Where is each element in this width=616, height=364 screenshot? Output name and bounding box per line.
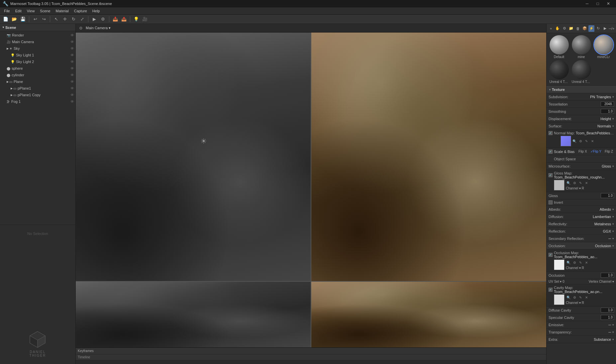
tree-item-sky-light-2[interactable]: 💡 Sky Light 2 👁 [0,58,75,65]
toolbar-light[interactable]: 💡 [133,16,140,23]
occlusion-input[interactable] [601,273,614,278]
cavity-edit-icon[interactable]: ✎ [578,295,583,300]
rt-render-button[interactable]: ⚡ [588,25,594,32]
menu-file[interactable]: File [1,8,13,14]
normal-map-settings-icon[interactable]: ⚙ [578,138,583,144]
viewport-bottom-left[interactable] [76,282,311,347]
flip-x-button[interactable]: Flip X [577,149,588,154]
tree-item-render[interactable]: 📷 Render 👁 [0,32,75,38]
normal-map-thumbnail[interactable] [561,136,571,146]
tree-item-pplane1[interactable]: ▶ ▭ pPlane1 👁 [0,85,75,92]
menu-scene[interactable]: Scene [37,8,53,14]
rt-folder-button[interactable]: 📁 [568,25,574,32]
gloss-map-settings-icon[interactable]: ⚙ [572,181,577,186]
transparency-dropdown[interactable]: ─ ▾ [608,330,614,334]
menu-material[interactable]: Material [53,8,71,14]
menu-edit[interactable]: Edit [13,8,24,14]
material-mineclr[interactable]: mineCLr [593,35,614,59]
extra-dropdown[interactable]: Substance ▾ [594,337,614,341]
occlusion-dropdown[interactable]: Occlusion ▾ [595,244,614,248]
rt-settings-button[interactable]: ⚙ [562,25,567,32]
normal-map-checkbox[interactable]: ✓ [549,131,553,135]
menu-capture[interactable]: Capture [71,8,90,14]
eye-icon-fog[interactable]: 👁 [70,100,74,104]
texture-section-header[interactable]: ▼ Texture [547,86,616,93]
camera-dropdown[interactable]: Main Camera ▾ [86,26,111,30]
occlusion-edit-icon[interactable]: ✎ [578,260,583,265]
cavity-settings-icon[interactable]: ⚙ [572,295,577,300]
toolbar-undo[interactable]: ↩ [32,16,39,23]
scene-header[interactable]: ▼ Scene [0,24,75,31]
minimize-button[interactable]: ─ [582,0,592,7]
maximize-button[interactable]: □ [593,0,603,7]
titlebar-controls[interactable]: ─ □ ✕ [582,0,613,7]
menu-help[interactable]: Help [90,8,103,14]
smoothing-input[interactable] [601,109,614,114]
toolbar-import[interactable]: 📥 [112,16,119,23]
occlusion-map-thumbnail[interactable] [554,259,565,270]
toolbar-camera2[interactable]: 🎥 [141,16,149,23]
invert-checkbox[interactable] [549,200,553,204]
emissive-dropdown[interactable]: ─ ▾ [608,323,614,327]
rt-refresh-button[interactable]: ↻ [595,25,601,32]
gloss-input[interactable] [601,193,614,198]
toolbar-move[interactable]: ✛ [61,16,68,23]
menu-view[interactable]: View [24,8,38,14]
rt-add-button[interactable]: + [548,25,554,32]
close-button[interactable]: ✕ [603,0,613,7]
vertex-channel-label[interactable]: Vertex Channel ▾ [589,280,614,283]
diffusion-dropdown[interactable]: Lambertian ▾ [593,215,614,219]
eye-icon-pplane1[interactable]: 👁 [70,86,74,90]
eye-icon-pplane1copy[interactable]: 👁 [70,93,74,97]
gloss-map-edit-icon[interactable]: ✎ [578,181,583,186]
eye-icon-light2[interactable]: 👁 [70,60,74,64]
tessellation-input[interactable] [601,102,614,107]
toolbar-save[interactable]: 💾 [19,16,27,23]
tree-item-sphere[interactable]: ⬤ sphere 👁 [0,65,75,72]
flip-z-button[interactable]: Flip Z [604,149,614,154]
eye-icon-light1[interactable]: 👁 [70,53,74,57]
rt-delete-button[interactable]: 🗑 [575,25,581,32]
cavity-map-thumbnail[interactable] [554,294,565,305]
tree-item-main-camera[interactable]: 🎥 Main Camera 👁 [0,38,75,45]
eye-icon-sphere[interactable]: 👁 [70,66,74,70]
microsurface-dropdown[interactable]: Gloss ▾ [602,164,614,168]
toolbar-export[interactable]: 📤 [120,16,128,23]
specular-cavity-input[interactable] [601,315,614,320]
material-unreal1[interactable]: Unreal 4 Te... [549,60,569,84]
viewport-bottom-right[interactable] [311,282,546,347]
gloss-map-checkbox[interactable]: ✓ [549,173,553,177]
material-ball-mineclr[interactable] [594,35,613,54]
flip-y-button[interactable]: ✓Flip Y [589,149,602,154]
viewport-right[interactable] [311,33,546,281]
gloss-map-search-icon[interactable]: 🔍 [566,181,571,186]
eye-icon-cylinder[interactable]: 👁 [70,73,74,77]
rt-drag-button[interactable]: ✋ [555,25,561,32]
reflection-dropdown[interactable]: GGX ▾ [603,229,614,233]
cavity-close-icon[interactable]: ✕ [584,295,589,300]
albedo-dropdown[interactable]: Albedo ▾ [600,207,614,211]
material-ball-unreal2[interactable] [572,60,591,79]
displacement-dropdown[interactable]: Height ▾ [600,117,614,121]
tree-item-sky-light-1[interactable]: 💡 Sky Light 1 👁 [0,52,75,58]
rt-play-button[interactable]: ▶ [602,25,608,32]
toolbar-open[interactable]: 📂 [11,16,18,23]
toolbar-select[interactable]: ↖ [52,16,60,23]
normal-map-search-icon[interactable]: 🔍 [572,138,577,144]
reflectivity-dropdown[interactable]: Metalness ▾ [594,222,614,226]
material-ball-mine[interactable] [572,35,591,54]
rt-zoom-button[interactable]: ─/+ [609,25,615,32]
cavity-map-checkbox[interactable]: ✓ [549,288,553,292]
uv-set-label[interactable]: UV Set ▾ 0 [549,280,565,283]
material-unreal2[interactable]: Unreal 4 Te... [571,60,592,84]
tree-item-fog[interactable]: 🌫 Fog 1 👁 [0,98,75,105]
occlusion-close-icon[interactable]: ✕ [584,260,589,265]
normal-map-close-icon[interactable]: ✕ [590,138,595,144]
tree-item-pplane1-copy[interactable]: ▶ ▭ pPlane1 Copy 👁 [0,92,75,98]
surface-dropdown[interactable]: Normals ▾ [597,124,614,128]
cavity-search-icon[interactable]: 🔍 [566,295,571,300]
toolbar-redo[interactable]: ↪ [40,16,48,23]
toolbar-new[interactable]: 📄 [2,16,9,23]
material-ball-default[interactable] [550,35,569,54]
tree-item-cylinder[interactable]: ⬤ cylinder 👁 [0,72,75,78]
